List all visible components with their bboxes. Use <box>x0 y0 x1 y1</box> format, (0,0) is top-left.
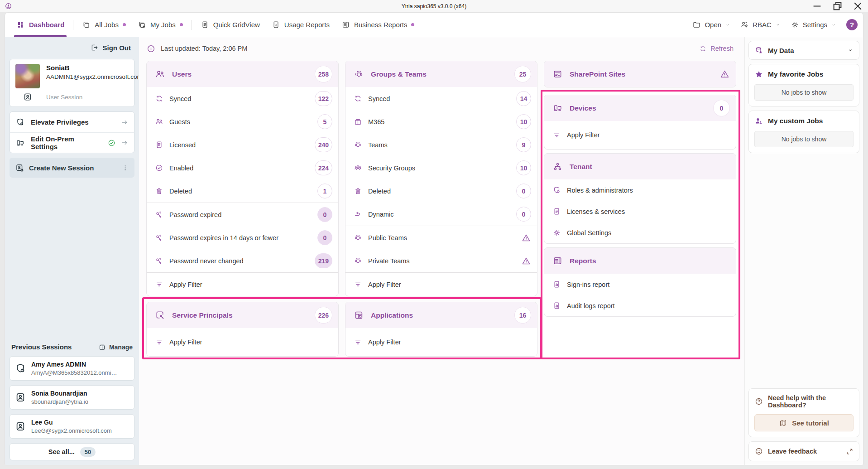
restore-button[interactable] <box>827 0 848 12</box>
row-label: Sign-ins report <box>567 281 609 288</box>
create-new-session-button[interactable]: Create New Session <box>10 158 134 178</box>
card-title: Reports <box>570 257 596 265</box>
my-data-toggle[interactable]: My Data <box>748 41 859 60</box>
leave-feedback-button[interactable]: Leave feedback <box>748 441 859 461</box>
applications-header[interactable]: Applications 16 <box>345 302 537 328</box>
count-badge: 0 <box>516 184 531 198</box>
avatar <box>15 64 40 88</box>
open-menu[interactable]: Open <box>692 20 730 29</box>
users-row-password-expires-14[interactable]: Password expires in 14 days or fewer 0 <box>147 226 338 249</box>
license-doc-icon <box>155 140 163 149</box>
tenant-global-settings[interactable]: Global Settings <box>544 222 736 243</box>
settings-menu[interactable]: Settings <box>791 20 836 29</box>
title-bar: Ytria sapio365 v3.0.0 (x64) <box>0 0 868 12</box>
newspaper-icon <box>552 256 563 266</box>
tenant-roles-administrators[interactable]: Roles & administrators <box>544 179 736 201</box>
manage-sessions-button[interactable]: Manage <box>98 343 133 351</box>
applications-apply-filter[interactable]: Apply Filter <box>345 328 537 356</box>
minimize-button[interactable] <box>807 0 827 12</box>
service-principals-card: Service Principals 226 Apply Filter <box>146 302 339 357</box>
previous-session-item[interactable]: Lee Gu LeeG@sygx2.onmicrosoft.com <box>10 414 134 439</box>
tenant-header[interactable]: Tenant <box>544 154 736 179</box>
see-all-sessions-button[interactable]: See all... 50 <box>10 443 134 460</box>
filter-icon <box>552 131 561 140</box>
person-badge-icon <box>23 92 33 102</box>
refresh-button[interactable]: Refresh <box>699 45 734 53</box>
service-principals-header[interactable]: Service Principals 226 <box>147 302 338 328</box>
sharepoint-sites-header[interactable]: SharePoint Sites <box>544 61 736 87</box>
groups-row-synced[interactable]: Synced 14 <box>345 87 537 110</box>
tab-usage-reports[interactable]: Usage Reports <box>266 13 336 37</box>
tab-label: Business Reports <box>354 21 408 29</box>
devices-apply-filter[interactable]: Apply Filter <box>544 121 736 149</box>
previous-session-item[interactable]: Sonia Bounardjian sbounardjian@ytria.io <box>10 385 134 410</box>
person-badge-icon <box>14 392 26 403</box>
tab-my-jobs[interactable]: My Jobs <box>132 13 189 37</box>
tenant-licenses-services[interactable]: Licenses & services <box>544 201 736 222</box>
expand-icon <box>846 448 854 455</box>
devices-header[interactable]: Devices 0 <box>544 95 736 121</box>
users-row-enabled[interactable]: Enabled 224 <box>147 156 338 179</box>
refresh-icon <box>699 45 707 53</box>
close-button[interactable] <box>848 0 868 12</box>
devices-icon <box>552 103 563 113</box>
people-gear-icon <box>740 20 749 29</box>
groups-apply-filter[interactable]: Apply Filter <box>345 273 537 296</box>
groups-row-public-teams[interactable]: Public Teams <box>345 226 537 249</box>
current-session-card: SoniaB AADMIN1@sygx2.onmicrosoft.com Use… <box>10 59 134 107</box>
elevate-privileges-button[interactable]: Elevate Privileges <box>10 112 134 132</box>
trash-icon <box>354 187 362 195</box>
reports-audit-logs[interactable]: Audit logs report <box>544 295 736 316</box>
tab-quick-gridview[interactable]: Quick GridView <box>195 13 266 37</box>
service-principals-apply-filter[interactable]: Apply Filter <box>147 328 338 356</box>
keys-icon <box>155 233 163 242</box>
users-row-password-expired[interactable]: Password expired 0 <box>147 203 338 226</box>
notification-dot <box>411 23 414 26</box>
help-button[interactable]: ? <box>846 19 858 30</box>
row-label: Password expires in 14 days or fewer <box>169 234 278 242</box>
tab-label: Usage Reports <box>284 21 330 29</box>
sign-out-button[interactable]: Sign Out <box>10 41 134 54</box>
arrow-right-icon <box>120 118 129 126</box>
applications-card: Applications 16 Apply Filter <box>345 302 537 357</box>
users-row-licensed[interactable]: Licensed 240 <box>147 133 338 156</box>
card-title: Service Principals <box>172 311 233 319</box>
sign-out-icon <box>91 44 99 52</box>
count-badge: 0 <box>317 207 332 222</box>
apply-filter-label: Apply Filter <box>368 281 401 288</box>
reports-header[interactable]: Reports <box>544 248 736 274</box>
shield-check-icon <box>552 186 561 194</box>
tab-business-reports[interactable]: Business Reports <box>336 13 421 37</box>
kebab-menu-icon[interactable] <box>121 164 129 172</box>
dynamic-icon <box>354 210 362 218</box>
groups-teams-header[interactable]: Groups & Teams 25 <box>345 61 537 87</box>
users-row-guests[interactable]: Guests 5 <box>147 110 338 133</box>
edit-onprem-settings-button[interactable]: Edit On-Prem Settings <box>10 132 134 153</box>
see-tutorial-button[interactable]: See tutorial <box>754 414 854 431</box>
settings-label: Settings <box>803 21 827 29</box>
tab-dashboard[interactable]: Dashboard <box>10 13 70 37</box>
users-card-header[interactable]: Users 258 <box>147 61 338 87</box>
users-row-synced[interactable]: Synced 122 <box>147 87 338 110</box>
top-nav: Dashboard All Jobs My Jobs Quick GridVie… <box>5 13 863 37</box>
groups-row-deleted[interactable]: Deleted 0 <box>345 179 537 203</box>
count-badge: 0 <box>317 230 332 245</box>
groups-row-dynamic[interactable]: Dynamic 0 <box>345 203 537 226</box>
session-user-email: AADMIN1@sygx2.onmicrosoft.com <box>46 73 142 80</box>
groups-row-security-groups[interactable]: Security Groups 10 <box>345 156 537 179</box>
row-label: Licensed <box>169 141 196 149</box>
previous-session-item[interactable]: Amy Ames ADMIN AmyA@M365x85832012.onmicr… <box>10 356 134 381</box>
users-row-password-never-changed[interactable]: Password never changed 219 <box>147 249 338 272</box>
tab-all-jobs[interactable]: All Jobs <box>76 13 132 37</box>
dashboard-canvas: Last updated: Today, 2:06 PM Refresh Use… <box>139 37 744 465</box>
reports-sign-ins[interactable]: Sign-ins report <box>544 274 736 295</box>
manage-label: Manage <box>109 343 133 351</box>
rbac-menu[interactable]: RBAC <box>740 20 781 29</box>
leave-feedback-label: Leave feedback <box>768 448 817 455</box>
users-row-deleted[interactable]: Deleted 1 <box>147 179 338 203</box>
groups-row-teams[interactable]: Teams 9 <box>345 133 537 156</box>
row-label: Synced <box>368 95 390 102</box>
groups-row-m365[interactable]: M365 10 <box>345 110 537 133</box>
groups-row-private-teams[interactable]: Private Teams <box>345 249 537 272</box>
users-apply-filter[interactable]: Apply Filter <box>147 273 338 296</box>
